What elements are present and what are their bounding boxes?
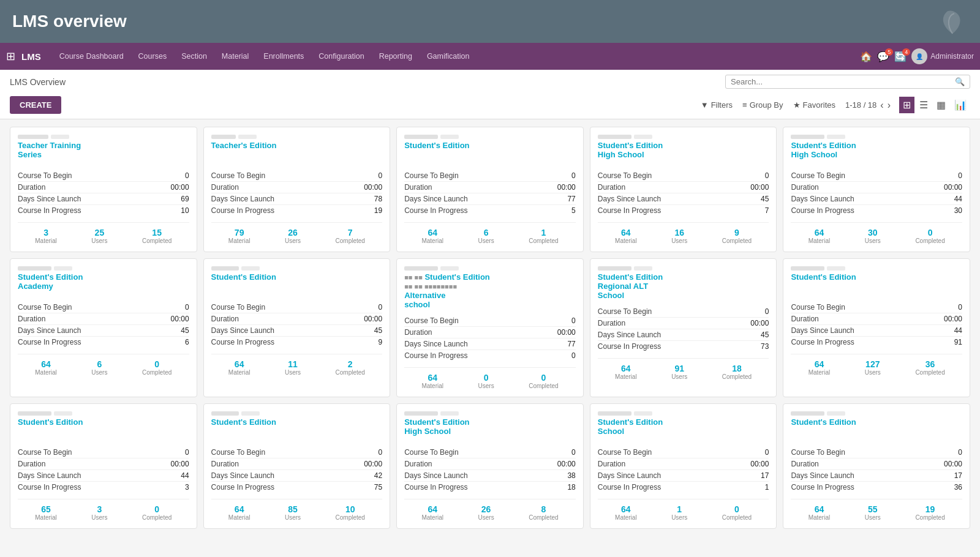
messages-icon[interactable]: 💬 5: [877, 51, 889, 62]
nav-material[interactable]: Material: [216, 48, 255, 64]
card-8[interactable]: Student's EditionRegional ALTSchool Cour…: [590, 258, 777, 397]
card-footer: 64 Material 30 Users 0 Completed: [791, 222, 962, 244]
card-4[interactable]: Student's EditionHigh School Course To B…: [783, 127, 970, 252]
card-title-area: Student's EditionHigh School: [598, 135, 769, 164]
nav-configuration[interactable]: Configuration: [312, 48, 370, 64]
card-title: Student's EditionSchool: [598, 417, 769, 436]
favorites-button[interactable]: ★ Favorites: [793, 100, 835, 110]
search-bar[interactable]: 🔍: [725, 75, 970, 89]
card-footer: 79 Material 26 Users 7 Completed: [211, 222, 383, 244]
stat-label: Course To Begin: [404, 316, 459, 325]
card-title: Student's EditionHigh School: [404, 417, 576, 436]
nav-gamification[interactable]: Gamification: [421, 48, 475, 64]
stat-row: Duration 00:00: [791, 458, 962, 470]
nav-enrollments[interactable]: Enrollments: [257, 48, 310, 64]
stat-label: Course In Progress: [404, 206, 467, 215]
users-stat: 3 Users: [91, 504, 107, 521]
card-3[interactable]: Student's EditionHigh School Course To B…: [590, 127, 777, 252]
nav-section[interactable]: Section: [175, 48, 213, 64]
material-count: 64: [421, 228, 443, 237]
card-title-area: Student's Edition: [791, 266, 962, 296]
users-stat: 6 Users: [91, 359, 107, 376]
stat-label: Days Since Launch: [598, 195, 661, 203]
chart-view-button[interactable]: 📊: [951, 97, 970, 113]
search-input[interactable]: [731, 77, 955, 86]
nav-courses[interactable]: Courses: [132, 48, 173, 64]
stat-value: 0: [571, 448, 576, 457]
home-icon[interactable]: 🏠: [860, 51, 872, 62]
material-stat: 64 Material: [35, 359, 57, 376]
card-stats: Course To Begin 0 Duration 00:00 Days Si…: [404, 447, 576, 493]
user-menu[interactable]: 👤 Administrator: [911, 48, 974, 64]
card-2[interactable]: Student's Edition Course To Begin 0 Dura…: [396, 127, 584, 252]
card-title-area: Student's Edition: [211, 266, 383, 296]
card-14[interactable]: Student's Edition Course To Begin 0 Dura…: [783, 403, 970, 529]
material-label: Material: [615, 373, 637, 380]
stat-value: 30: [954, 206, 962, 215]
filters-button[interactable]: ▼ Filters: [701, 100, 733, 110]
card-title-area: Student's EditionHigh School: [404, 411, 576, 441]
card-title-area: Student's EditionHigh School: [791, 135, 962, 164]
completed-stat: 0 Completed: [529, 373, 558, 389]
list-view-button[interactable]: ☰: [916, 97, 932, 113]
completed-stat: 36 Completed: [915, 359, 944, 376]
users-stat: 11 Users: [285, 359, 301, 376]
stat-label: Days Since Launch: [211, 326, 274, 335]
card-stats: Course To Begin 0 Duration 00:00 Days Si…: [791, 170, 962, 216]
card-9[interactable]: Student's Edition Course To Begin 0 Dura…: [783, 258, 970, 397]
users-count: 26: [478, 504, 494, 514]
completed-count: 10: [336, 504, 365, 514]
card-title-area: Teacher TrainingSeries: [18, 135, 189, 164]
stat-label: Course To Begin: [404, 448, 459, 457]
next-button[interactable]: ›: [888, 100, 891, 111]
card-stats: Course To Begin 0 Duration 00:00 Days Si…: [598, 170, 769, 216]
stat-value: 69: [181, 195, 189, 203]
users-stat: 26 Users: [478, 504, 494, 521]
grid-view-button[interactable]: ⊞: [899, 97, 914, 113]
card-6[interactable]: Student's Edition Course To Begin 0 Dura…: [203, 258, 391, 397]
card-11[interactable]: Student's Edition Course To Begin 0 Dura…: [203, 403, 391, 529]
groupby-button[interactable]: ≡ Group By: [742, 100, 783, 110]
users-count: 11: [285, 359, 301, 369]
card-13[interactable]: Student's EditionSchool Course To Begin …: [590, 403, 777, 529]
stat-row: Course In Progress 30: [791, 205, 962, 216]
card-7[interactable]: ■■ ■■ Student's Edition■■ ■■ ■■■■■■■■Alt…: [396, 258, 584, 397]
prev-button[interactable]: ‹: [880, 100, 883, 111]
material-count: 64: [228, 359, 251, 369]
stat-value: 00:00: [944, 315, 962, 323]
stat-value: 00:00: [557, 460, 576, 468]
completed-count: 36: [915, 359, 944, 369]
stat-row: Course In Progress 7: [598, 205, 769, 216]
stat-label: Course In Progress: [18, 483, 81, 492]
stat-row: Days Since Launch 45: [211, 325, 383, 337]
logo-icon: [937, 6, 968, 37]
stat-label: Duration: [598, 460, 625, 468]
material-stat: 79 Material: [228, 228, 251, 244]
card-footer: 64 Material 26 Users 8 Completed: [404, 499, 576, 521]
card-5[interactable]: Student's EditionAcademy Course To Begin…: [10, 258, 197, 397]
page-header: LMS Overview 🔍 CREATE ▼ Filters ≡ Group …: [0, 70, 980, 119]
card-footer: 64 Material 127 Users 36 Completed: [791, 354, 962, 376]
activity-icon[interactable]: 🔄 4: [894, 51, 907, 62]
completed-label: Completed: [915, 514, 944, 521]
card-0[interactable]: Teacher TrainingSeries Course To Begin 0…: [10, 127, 197, 252]
apps-icon[interactable]: ⊞: [6, 50, 15, 63]
completed-count: 8: [529, 504, 558, 514]
card-title: Student's Edition: [211, 272, 383, 282]
nav-course-dashboard[interactable]: Course Dashboard: [53, 48, 130, 64]
material-label: Material: [615, 514, 637, 521]
nav-reporting[interactable]: Reporting: [373, 48, 418, 64]
table-view-button[interactable]: ▦: [933, 97, 949, 113]
create-button[interactable]: CREATE: [10, 96, 61, 114]
card-12[interactable]: Student's EditionHigh School Course To B…: [396, 403, 584, 529]
filter-bar: ▼ Filters ≡ Group By ★ Favorites 1-18 / …: [701, 97, 970, 113]
completed-stat: 2 Completed: [336, 359, 365, 376]
card-1[interactable]: Teacher's Edition Course To Begin 0 Dura…: [203, 127, 391, 252]
card-stats: Course To Begin 0 Duration 00:00 Days Si…: [18, 447, 189, 493]
users-count: 55: [865, 504, 881, 514]
stat-row: Duration 00:00: [404, 458, 576, 470]
stat-value: 77: [567, 340, 575, 348]
card-10[interactable]: Student's Edition Course To Begin 0 Dura…: [10, 403, 197, 529]
stat-row: Course To Begin 0: [211, 447, 383, 458]
card-title: Teacher's Edition: [211, 141, 383, 150]
